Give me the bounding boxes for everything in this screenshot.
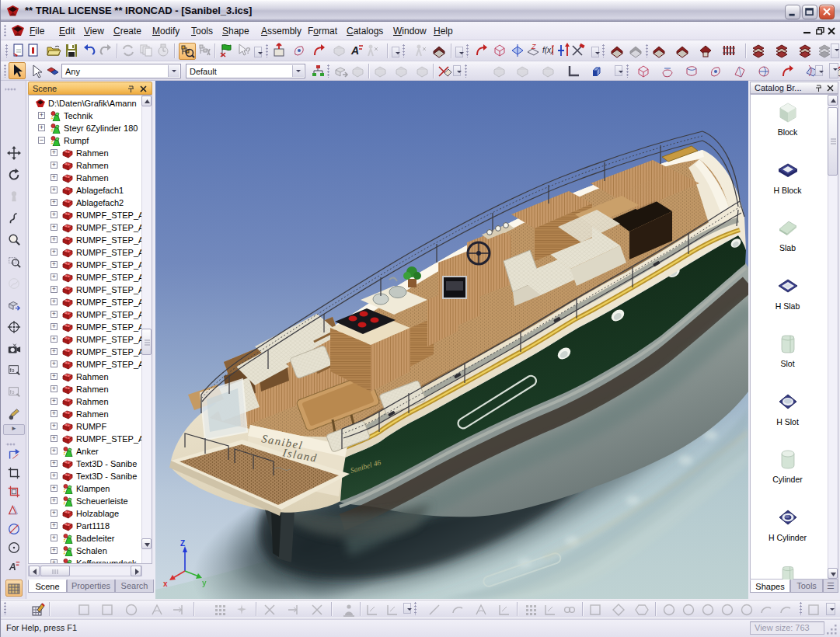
svg-text:Z: Z [531, 43, 536, 50]
svg-text:fo: fo [10, 367, 15, 374]
svg-text:Z: Z [180, 539, 185, 548]
svg-text:f(x): f(x) [542, 46, 553, 54]
svg-text:A: A [350, 44, 359, 57]
svg-text:x: x [163, 580, 168, 588]
svg-text:?: ? [246, 46, 251, 55]
svg-text:fo: fo [10, 388, 15, 395]
svg-text:A: A [9, 562, 16, 573]
svg-text:y: y [202, 579, 207, 587]
